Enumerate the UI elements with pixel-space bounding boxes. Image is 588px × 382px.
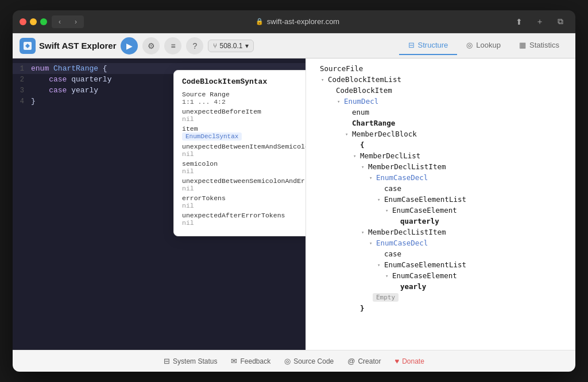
- feedback-icon: ✉: [231, 357, 237, 365]
- minimize-button[interactable]: [30, 18, 37, 25]
- help-button[interactable]: ?: [186, 37, 203, 54]
- tab-statistics[interactable]: ▦ Statistics: [510, 36, 568, 55]
- ast-node: ▾EnumCaseElementList: [306, 194, 575, 205]
- tab-lookup[interactable]: ◎ Lookup: [457, 36, 510, 55]
- forward-button[interactable]: ›: [68, 15, 84, 28]
- tooltip-unexpected-before-row: unexpectedBeforeItem nil: [182, 108, 305, 123]
- ast-node: ▾MemberDeclListItem: [306, 161, 575, 172]
- tooltip-error-tokens-value: nil: [182, 202, 305, 209]
- settings-button[interactable]: ⚙: [142, 37, 160, 54]
- version-text: 508.0.1: [219, 42, 242, 50]
- tooltip-unexpected-after-label: unexpectedAfterErrorTokens: [182, 212, 305, 219]
- ast-node-label: ChartRange: [352, 119, 395, 127]
- statistics-tab-icon: ▦: [519, 41, 526, 49]
- line-number-2: 2: [13, 76, 31, 84]
- ast-node-label[interactable]: EnumDecl: [344, 97, 378, 106]
- tooltip-unexpected-before-label: unexpectedBeforeItem: [182, 108, 305, 115]
- tooltip-unexpected-between2-row: unexpectedBetweenSemicolonAndErrorTokens…: [182, 177, 305, 192]
- ast-node-label: MemberDeclBlock: [352, 130, 417, 138]
- source-code-icon: ◎: [284, 357, 291, 365]
- tooltip-unexpected-between-value: nil: [182, 150, 305, 158]
- ast-panel[interactable]: SourceFile▾CodeBlockItemListCodeBlockIte…: [305, 59, 575, 350]
- feedback-link[interactable]: ✉ Feedback: [231, 357, 270, 365]
- tooltip-error-tokens-label: errorTokens: [182, 194, 305, 202]
- tooltip-unexpected-after-row: unexpectedAfterErrorTokens nil: [182, 212, 305, 227]
- system-status-label: System Status: [173, 357, 217, 365]
- tooltip-source-range-value: 1:1 ... 4:2: [182, 98, 305, 106]
- tab-structure[interactable]: ⊟ Structure: [399, 36, 458, 55]
- ast-node: quarterly: [306, 216, 575, 227]
- ast-node-label: EnumCaseElement: [392, 206, 457, 215]
- ast-node-label: EnumCaseElement: [392, 271, 457, 280]
- close-button[interactable]: [20, 18, 26, 25]
- tooltip-unexpected-between-label: unexpectedBetweenItemAndSemicolon: [182, 143, 305, 150]
- ast-node: enum: [306, 107, 575, 118]
- ast-node: CodeBlockItem: [306, 85, 575, 96]
- share-button[interactable]: ⬆: [511, 15, 527, 28]
- back-button[interactable]: ‹: [52, 15, 68, 28]
- ast-node: ▾EnumCaseElement: [306, 270, 575, 281]
- creator-label: Creator: [358, 357, 381, 365]
- source-code-link[interactable]: ◎ Source Code: [284, 357, 334, 365]
- ast-node[interactable]: ▾EnumCaseDecl: [306, 172, 575, 183]
- collapse-icon[interactable]: ▾: [377, 262, 384, 268]
- ast-node: yearly: [306, 281, 575, 292]
- ast-node[interactable]: ▾EnumCaseDecl: [306, 237, 575, 248]
- play-button[interactable]: ▶: [121, 37, 138, 54]
- app-logo: Swift AST Explorer: [20, 38, 116, 54]
- footer: ⊟ System Status ✉ Feedback ◎ Source Code…: [13, 350, 575, 372]
- tooltip-semicolon-label: semicolon: [182, 160, 305, 167]
- ast-node: SourceFile: [306, 63, 575, 74]
- statistics-tab-label: Statistics: [529, 41, 559, 49]
- version-chevron: ▾: [245, 42, 249, 50]
- collapse-icon[interactable]: ▾: [337, 99, 344, 104]
- collapse-icon[interactable]: ▾: [385, 273, 392, 279]
- ast-node-label[interactable]: EnumCaseDecl: [376, 239, 428, 247]
- version-badge[interactable]: ⑂ 508.0.1 ▾: [208, 40, 253, 52]
- collapse-icon[interactable]: ▾: [321, 77, 328, 83]
- ast-node-label: case: [384, 184, 401, 193]
- donate-link[interactable]: ♥ Donate: [394, 357, 424, 365]
- collapse-icon[interactable]: ▾: [361, 164, 368, 170]
- maximize-button[interactable]: [40, 18, 47, 25]
- system-status-icon: ⊟: [164, 357, 170, 365]
- line-number-4: 4: [13, 98, 31, 106]
- tooltip-semicolon-value: nil: [182, 167, 305, 175]
- ast-node-label: CodeBlockItem: [336, 86, 392, 95]
- ast-node-label: quarterly: [400, 217, 439, 225]
- version-icon: ⑂: [213, 42, 217, 50]
- ast-node-label: {: [360, 141, 365, 149]
- system-status-link[interactable]: ⊟ System Status: [164, 357, 217, 365]
- collapse-icon[interactable]: ▾: [353, 153, 360, 159]
- code-editor[interactable]: 1 enum ChartRange { 2 case quarterly 3 c…: [13, 59, 305, 350]
- creator-link[interactable]: @ Creator: [347, 357, 381, 365]
- ast-node-label: SourceFile: [320, 64, 363, 73]
- url-text: swift-ast-explorer.com: [267, 17, 339, 26]
- ast-node: ▾EnumCaseElementList: [306, 259, 575, 270]
- empty-badge: Empty: [373, 293, 399, 302]
- ast-node-label: CodeBlockItemList: [328, 75, 401, 84]
- ast-node-label: EnumCaseElementList: [384, 195, 466, 204]
- collapse-icon[interactable]: ▾: [369, 240, 376, 246]
- app-logo-icon: [20, 38, 36, 54]
- traffic-lights: [20, 18, 47, 25]
- ast-node-label: EnumCaseElementList: [384, 260, 466, 269]
- lock-icon: 🔒: [256, 18, 264, 25]
- address-bar[interactable]: 🔒 swift-ast-explorer.com: [88, 17, 506, 26]
- collapse-icon[interactable]: ▾: [361, 229, 368, 235]
- list-button[interactable]: ≡: [164, 37, 181, 54]
- ast-node-label[interactable]: EnumCaseDecl: [376, 173, 428, 182]
- collapse-icon[interactable]: ▾: [369, 175, 376, 181]
- sidebar-toggle-button[interactable]: ⧉: [552, 15, 568, 28]
- tooltip-popup: CodeBlockItemSyntax Source Range 1:1 ...…: [173, 70, 305, 236]
- ast-node: case: [306, 248, 575, 259]
- ast-node-label: MemberDeclListItem: [368, 162, 446, 171]
- collapse-icon[interactable]: ▾: [385, 208, 392, 213]
- ast-node[interactable]: ▾EnumDecl: [306, 96, 575, 107]
- new-tab-button[interactable]: ＋: [532, 15, 548, 28]
- structure-tab-icon: ⊟: [408, 41, 415, 49]
- ast-node-label: case: [384, 250, 401, 258]
- collapse-icon[interactable]: ▾: [377, 197, 384, 202]
- app-toolbar: Swift AST Explorer ▶ ⚙ ≡ ? ⑂ 508.0.1 ▾ ⊟…: [13, 33, 575, 59]
- collapse-icon[interactable]: ▾: [345, 131, 352, 137]
